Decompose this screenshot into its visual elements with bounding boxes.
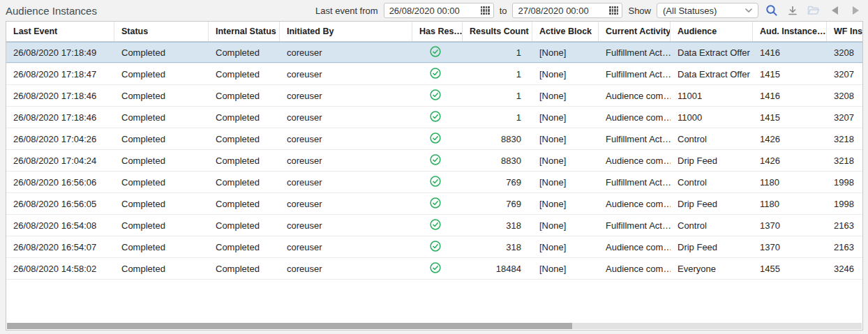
cell-active_block: [None]: [532, 177, 599, 188]
cell-aud_instance: 1415: [753, 69, 827, 79]
column-header-results_count[interactable]: Results Count: [463, 22, 532, 41]
cell-wf_instance: 3208: [827, 91, 863, 101]
cell-current_activity: Fulfillment Act…: [599, 220, 671, 231]
cell-current_activity: Fulfillment Act…: [599, 69, 671, 79]
cell-current_activity: Fulfillment Act…: [599, 134, 671, 144]
column-header-has_results[interactable]: Has Res…: [412, 22, 463, 41]
cell-internal_status: Completed: [209, 177, 280, 188]
cell-audience: Drip Feed: [671, 155, 753, 166]
open-folder-icon[interactable]: [806, 3, 821, 18]
success-check-icon: [430, 262, 441, 275]
table-row[interactable]: 26/08/2020 14:58:02CompletedCompletedcor…: [6, 258, 862, 280]
chevron-down-icon: [745, 8, 752, 13]
cell-audience: 11000: [671, 112, 753, 123]
cell-active_block: [None]: [532, 199, 599, 209]
cell-internal_status: Completed: [209, 155, 280, 166]
cell-initiated_by: coreuser: [280, 264, 412, 274]
cell-results_count: 8830: [463, 155, 532, 166]
table-row[interactable]: 26/08/2020 17:04:26CompletedCompletedcor…: [6, 128, 862, 150]
page-title: Audience Instances: [6, 5, 97, 17]
cell-audience: Control: [671, 177, 753, 188]
cell-status: Completed: [114, 112, 209, 123]
cell-has_results: [412, 89, 463, 103]
table-row[interactable]: 26/08/2020 16:54:07CompletedCompletedcor…: [6, 236, 862, 258]
cell-internal_status: Completed: [209, 264, 280, 274]
cell-active_block: [None]: [532, 155, 599, 166]
success-check-icon: [430, 46, 441, 59]
column-header-audience[interactable]: Audience: [671, 22, 753, 41]
table-row[interactable]: 26/08/2020 17:18:47CompletedCompletedcor…: [6, 63, 862, 85]
cell-status: Completed: [114, 199, 209, 209]
show-label: Show: [628, 6, 651, 16]
cell-aud_instance: 1370: [753, 220, 827, 231]
column-header-current_activity[interactable]: Current Activity: [599, 22, 671, 41]
table-row[interactable]: 26/08/2020 16:54:08CompletedCompletedcor…: [6, 215, 862, 236]
cell-current_activity: Audience com…: [599, 264, 671, 274]
search-icon[interactable]: [764, 3, 779, 18]
calendar-grid-icon[interactable]: [481, 6, 490, 15]
cell-status: Completed: [114, 134, 209, 144]
table-row[interactable]: 26/08/2020 17:18:49CompletedCompletedcor…: [6, 42, 862, 63]
cell-active_block: [None]: [532, 69, 599, 79]
cell-aud_instance: 1455: [753, 264, 827, 274]
horizontal-scrollbar[interactable]: [7, 323, 862, 329]
cell-wf_instance: 3207: [827, 69, 863, 79]
column-header-wf_instance[interactable]: WF Insta: [827, 22, 863, 41]
column-header-active_block[interactable]: Active Block: [532, 22, 599, 41]
cell-status: Completed: [114, 220, 209, 231]
cell-initiated_by: coreuser: [280, 91, 412, 101]
success-check-icon: [430, 111, 441, 124]
column-header-status[interactable]: Status: [114, 22, 209, 41]
cell-last_event: 26/08/2020 16:56:05: [6, 199, 114, 209]
calendar-grid-icon[interactable]: [609, 6, 618, 15]
audience-instances-grid: Last EventStatusInternal StatusInitiated…: [6, 21, 863, 331]
cell-audience: Data Extract Offer: [671, 69, 753, 79]
cell-aud_instance: 1426: [753, 155, 827, 166]
cell-active_block: [None]: [532, 47, 599, 58]
cell-status: Completed: [114, 91, 209, 101]
next-page-icon[interactable]: [848, 3, 863, 18]
cell-aud_instance: 1370: [753, 242, 827, 252]
scrollbar-thumb[interactable]: [7, 323, 572, 329]
column-header-initiated_by[interactable]: Initiated By: [280, 22, 412, 41]
column-header-last_event[interactable]: Last Event: [6, 22, 114, 41]
cell-current_activity: Fulfillment Act…: [599, 47, 671, 58]
cell-active_block: [None]: [532, 242, 599, 252]
column-header-internal_status[interactable]: Internal Status: [209, 22, 280, 41]
cell-initiated_by: coreuser: [280, 177, 412, 188]
cell-has_results: [412, 241, 463, 254]
success-check-icon: [430, 176, 441, 189]
cell-aud_instance: 1180: [753, 199, 827, 209]
success-check-icon: [430, 154, 441, 167]
status-filter-select[interactable]: (All Statuses): [657, 3, 758, 18]
cell-has_results: [412, 197, 463, 211]
cell-status: Completed: [114, 242, 209, 252]
cell-results_count: 8830: [463, 134, 532, 144]
cell-active_block: [None]: [532, 91, 599, 101]
cell-initiated_by: coreuser: [280, 199, 412, 209]
cell-results_count: 1: [463, 47, 532, 58]
table-row[interactable]: 26/08/2020 17:18:46CompletedCompletedcor…: [6, 107, 862, 128]
table-row[interactable]: 26/08/2020 17:04:24CompletedCompletedcor…: [6, 150, 862, 172]
cell-aud_instance: 1426: [753, 134, 827, 144]
table-row[interactable]: 26/08/2020 17:18:46CompletedCompletedcor…: [6, 85, 862, 107]
date-to-wrap: [512, 3, 622, 18]
cell-initiated_by: coreuser: [280, 112, 412, 123]
cell-has_results: [412, 262, 463, 275]
cell-last_event: 26/08/2020 17:18:46: [6, 91, 114, 101]
success-check-icon: [430, 89, 441, 103]
cell-initiated_by: coreuser: [280, 242, 412, 252]
previous-page-icon[interactable]: [827, 3, 842, 18]
download-icon[interactable]: [785, 3, 800, 18]
table-row[interactable]: 26/08/2020 16:56:06CompletedCompletedcor…: [6, 172, 862, 193]
success-check-icon: [430, 241, 441, 254]
cell-has_results: [412, 176, 463, 189]
column-header-aud_instance[interactable]: Aud. Instance…: [753, 22, 827, 41]
cell-active_block: [None]: [532, 220, 599, 231]
date-to-input[interactable]: [512, 3, 622, 18]
table-row[interactable]: 26/08/2020 16:56:05CompletedCompletedcor…: [6, 193, 862, 215]
cell-has_results: [412, 46, 463, 59]
date-from-input[interactable]: [384, 3, 494, 18]
last-event-from-label: Last event from: [315, 6, 378, 16]
cell-initiated_by: coreuser: [280, 134, 412, 144]
